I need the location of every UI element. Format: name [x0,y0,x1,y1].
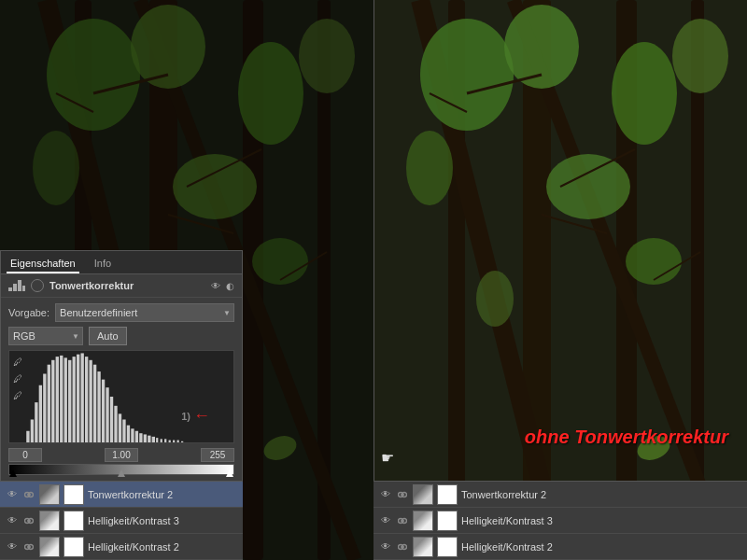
svg-rect-62 [177,441,179,442]
svg-rect-34 [60,356,63,442]
svg-rect-31 [48,365,50,442]
right-eye-icon-2[interactable]: 👁 [379,514,392,527]
rgb-row: RGB Auto [8,327,234,345]
layer-thumb-2 [39,511,60,531]
preset-row: Vorgabe: Benutzerdefiniert [8,303,234,322]
layer-mask-3 [63,537,84,557]
layer-name-1: Tonwertkorrektur 2 [88,489,237,500]
svg-rect-57 [156,438,158,442]
svg-rect-22 [8,287,12,291]
right-layer-name-1: Tonwertkorrektur 2 [461,489,741,500]
eyedropper-highlight-icon[interactable]: 🖊 [11,388,24,401]
right-layer-mask-2 [437,511,458,531]
properties-panel: Eigenschaften Info Tonwertkorrektur 👁 [0,250,243,516]
right-layer-thumb-1 [413,484,433,505]
svg-rect-29 [39,385,42,442]
histogram-area: 🖊 🖊 🖊 [8,350,234,443]
layer-row-3[interactable]: 👁 Helligkeit/Kontrast 2 [0,534,243,560]
right-layer-name-3: Helligkeit/Kontrast 2 [461,541,741,553]
input-gradient-slider[interactable] [8,464,234,475]
tab-info[interactable]: Info [91,255,115,273]
svg-rect-32 [51,360,54,442]
layer-name-3: Helligkeit/Kontrast 2 [88,541,237,553]
tab-eigenschaften[interactable]: Eigenschaften [7,255,79,273]
link-icon-2 [22,514,35,527]
svg-rect-40 [85,357,88,442]
svg-rect-33 [56,357,59,442]
link-icon-1 [22,488,35,501]
svg-rect-54 [144,434,147,442]
eyedropper-mid-icon[interactable]: 🖊 [11,371,24,385]
channel-select[interactable]: RGB [8,327,83,345]
right-layer-row-1[interactable]: 👁 Tonwertkorrektur 2 [374,482,747,508]
left-panel: Eigenschaften Info Tonwertkorrektur 👁 [0,0,374,560]
svg-rect-94 [374,0,747,560]
right-eye-icon-3[interactable]: 👁 [379,540,392,553]
svg-rect-26 [26,431,29,442]
main-container: Eigenschaften Info Tonwertkorrektur 👁 [0,0,747,560]
eye-icon-2[interactable]: 👁 [6,514,19,527]
svg-rect-37 [73,357,76,442]
svg-rect-63 [181,441,183,442]
svg-rect-60 [169,441,171,442]
annotation-number: 1) [181,411,190,422]
channel-select-wrap: RGB [8,327,83,345]
layer-mask-2 [63,511,84,531]
input-midtones[interactable] [105,448,138,462]
right-panel: ☛ ohne Tonwertkorrektur 👁 Tonwertkorrekt… [374,0,747,560]
panel-divider [374,0,374,560]
svg-rect-52 [135,431,138,442]
layer-row-2[interactable]: 👁 Helligkeit/Kontrast 3 [0,508,243,534]
right-layer-mask-3 [437,537,458,557]
svg-rect-38 [77,355,79,442]
ohne-text-overlay: ohne Tonwertkorrektur [525,427,728,448]
levels-icon [8,279,25,292]
preset-label: Vorgabe: [8,307,49,318]
svg-rect-30 [43,374,46,443]
right-link-icon-3 [396,540,409,553]
svg-rect-59 [164,439,166,442]
svg-rect-25 [22,286,25,291]
svg-rect-61 [173,441,175,442]
input-shadows[interactable] [8,448,42,462]
eyedropper-shadow-icon[interactable]: 🖊 [11,355,24,368]
input-highlights[interactable] [201,448,234,462]
eye-icon-3[interactable]: 👁 [6,540,19,553]
eye-icon[interactable]: 👁 [211,281,220,291]
arrow-icon: ← [193,406,210,426]
svg-rect-46 [110,397,113,442]
layer-row-1[interactable]: 👁 Tonwertkorrektur 2 [0,482,243,508]
right-layer-row-2[interactable]: 👁 Helligkeit/Kontrast 3 [374,508,747,534]
svg-rect-27 [31,420,34,443]
svg-rect-35 [64,357,67,442]
right-link-icon-1 [396,488,409,501]
layer-thumb-1 [39,484,60,505]
svg-rect-42 [93,365,96,442]
svg-rect-53 [139,433,142,442]
right-layer-mask-1 [437,484,458,505]
mask-icon[interactable]: ◐ [226,281,234,291]
layers-panel-left: 👁 Tonwertkorrektur 2 👁 Helligkeit/Kontra… [0,481,243,560]
forest-scene-right [374,0,747,560]
svg-rect-47 [114,406,117,442]
tool-icons: 🖊 🖊 🖊 [9,351,26,405]
auto-button[interactable]: Auto [89,327,127,345]
right-layer-thumb-2 [413,511,433,531]
panel-tabs: Eigenschaften Info [1,251,242,274]
svg-rect-44 [102,380,105,442]
svg-rect-50 [127,426,130,442]
visibility-toggle[interactable] [31,279,44,292]
right-eye-icon-1[interactable]: 👁 [379,488,392,501]
svg-rect-36 [68,360,71,442]
svg-rect-43 [97,371,100,442]
svg-rect-58 [161,439,162,442]
preset-select[interactable]: Benutzerdefiniert [55,303,234,322]
eye-icon-1[interactable]: 👁 [6,488,19,501]
svg-rect-28 [35,402,37,442]
layers-panel-right: 👁 Tonwertkorrektur 2 👁 Helligkeit/Kontra… [374,481,747,560]
svg-rect-56 [152,437,155,442]
svg-rect-55 [148,436,150,442]
right-layer-row-3[interactable]: 👁 Helligkeit/Kontrast 2 [374,534,747,560]
right-layer-name-2: Helligkeit/Kontrast 3 [461,515,741,526]
layer-mask-1 [63,484,84,505]
